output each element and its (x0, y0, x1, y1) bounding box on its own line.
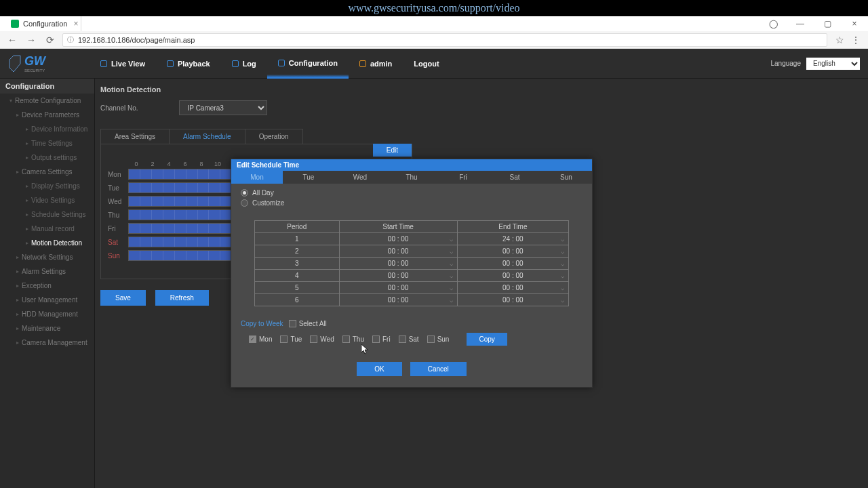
sidebar-item-user-management[interactable]: ▸User Management (0, 293, 94, 307)
chevron-icon: ⌵ (561, 285, 564, 291)
channel-select[interactable]: IP Camera3 (179, 100, 267, 115)
nav-admin[interactable]: admin (349, 49, 403, 79)
language-select[interactable]: English (806, 58, 860, 70)
end-time-cell[interactable]: 00 : 00⌵ (457, 294, 568, 306)
end-time-cell[interactable]: 00 : 00⌵ (457, 282, 568, 294)
period-cell: 2 (255, 245, 340, 258)
url-input[interactable]: ⓘ 192.168.10.186/doc/page/main.asp (62, 33, 827, 47)
sidebar-item-hdd-management[interactable]: ▸HDD Management (0, 307, 94, 321)
end-time-cell[interactable]: 00 : 00⌵ (457, 258, 568, 270)
sidebar-item-video-settings[interactable]: ▸Video Settings (0, 193, 94, 207)
period-table: Period Start Time End Time 100 : 00⌵24 :… (254, 220, 569, 306)
save-button[interactable]: Save (100, 290, 146, 306)
live-view-icon (100, 60, 107, 67)
sidebar-item-device-information[interactable]: ▸Device Information (0, 122, 94, 136)
copy-day-checkbox-mon[interactable] (249, 336, 256, 343)
modal-day-tab-tue[interactable]: Tue (283, 171, 334, 184)
cancel-button[interactable]: Cancel (410, 362, 467, 376)
nav-configuration[interactable]: Configuration (267, 49, 349, 79)
edit-button[interactable]: Edit (373, 144, 412, 157)
sidebar-item-remote-configuration[interactable]: ▾Remote Configuration (0, 94, 94, 108)
customize-radio[interactable] (241, 199, 248, 207)
window-close-icon[interactable]: × (841, 16, 868, 31)
browser-tab[interactable]: Configuration × (5, 16, 81, 31)
svg-text:SECURITY: SECURITY (24, 68, 45, 73)
all-day-radio[interactable] (241, 189, 248, 197)
app-header: GW SECURITY Live View Playback Log Confi… (0, 49, 868, 79)
modal-day-tab-fri[interactable]: Fri (437, 171, 489, 184)
chevron-icon: ⌵ (450, 272, 453, 279)
ok-button[interactable]: OK (357, 362, 401, 376)
chevron-icon: ⌵ (561, 297, 564, 304)
tab-area-settings[interactable]: Area Settings (100, 129, 170, 144)
tab-favicon-icon (11, 20, 19, 28)
all-day-label: All Day (252, 189, 274, 197)
copy-day-checkbox-sun[interactable] (427, 336, 435, 343)
nav-live-view[interactable]: Live View (90, 49, 156, 79)
copy-button[interactable]: Copy (467, 333, 507, 346)
copy-day-checkbox-fri[interactable] (372, 336, 380, 343)
close-icon[interactable]: × (73, 19, 78, 28)
edit-schedule-modal: Edit Schedule Time MonTueWedThuFriSatSun… (231, 159, 593, 388)
menu-icon[interactable]: ⋮ (849, 33, 863, 47)
copy-day-checkbox-thu[interactable] (342, 336, 350, 343)
bookmark-icon[interactable]: ☆ (833, 33, 846, 47)
sidebar: Configuration ▾Remote Configuration ▸Dev… (0, 79, 95, 488)
sidebar-item-device-parameters[interactable]: ▸Device Parameters (0, 108, 94, 122)
modal-day-tab-wed[interactable]: Wed (334, 171, 386, 184)
minimize-icon[interactable]: — (787, 16, 814, 31)
copy-to-week-label: Copy to Week (241, 320, 283, 327)
hour-label: 8 (193, 161, 210, 167)
sidebar-item-camera-management[interactable]: ▸Camera Management (0, 336, 94, 350)
refresh-button[interactable]: Refresh (155, 290, 209, 306)
sidebar-item-manual-record[interactable]: ▸Manual record (0, 222, 94, 236)
tab-operation[interactable]: Operation (245, 129, 303, 144)
copy-day-checkbox-sat[interactable] (399, 336, 406, 343)
start-time-cell[interactable]: 00 : 00⌵ (339, 245, 457, 258)
start-time-cell[interactable]: 00 : 00⌵ (339, 270, 457, 282)
forward-icon[interactable]: → (24, 33, 38, 47)
start-time-cell[interactable]: 00 : 00⌵ (339, 294, 457, 306)
sidebar-item-maintenance[interactable]: ▸Maintenance (0, 321, 94, 336)
end-time-cell[interactable]: 00 : 00⌵ (457, 245, 568, 258)
page-title: Motion Detection (100, 85, 868, 94)
sidebar-item-motion-detection[interactable]: ▸Motion Detection (0, 236, 94, 250)
browser-tab-strip: Configuration × ◯ — ▢ × (0, 16, 868, 31)
start-time-cell[interactable]: 00 : 00⌵ (339, 282, 457, 294)
hour-label: 4 (161, 161, 177, 167)
day-label: Fri (108, 225, 128, 232)
sidebar-item-time-settings[interactable]: ▸Time Settings (0, 136, 94, 150)
sidebar-item-network-settings[interactable]: ▸Network Settings (0, 250, 94, 264)
modal-day-tab-thu[interactable]: Thu (386, 171, 437, 184)
copy-day-checkbox-tue[interactable] (280, 336, 288, 343)
copy-day-checkbox-wed[interactable] (310, 336, 317, 343)
nav-logout[interactable]: Logout (403, 49, 450, 79)
start-time-cell[interactable]: 00 : 00⌵ (339, 233, 457, 245)
sidebar-item-exception[interactable]: ▸Exception (0, 279, 94, 293)
hour-label: 6 (177, 161, 193, 167)
modal-day-tab-mon[interactable]: Mon (231, 171, 283, 184)
maximize-icon[interactable]: ▢ (814, 16, 841, 31)
nav-log[interactable]: Log (221, 49, 267, 79)
sidebar-item-alarm-settings[interactable]: ▸Alarm Settings (0, 264, 94, 279)
start-time-cell[interactable]: 00 : 00⌵ (339, 258, 457, 270)
end-time-cell[interactable]: 24 : 00⌵ (457, 233, 568, 245)
hour-label: 0 (128, 161, 144, 167)
chevron-icon: ⌵ (561, 248, 564, 255)
end-time-cell[interactable]: 00 : 00⌵ (457, 270, 568, 282)
nav-playback[interactable]: Playback (156, 49, 221, 79)
sidebar-item-schedule-settings[interactable]: ▸Schedule Settings (0, 207, 94, 222)
modal-day-tab-sat[interactable]: Sat (489, 171, 540, 184)
modal-title: Edit Schedule Time (231, 159, 592, 171)
tab-alarm-schedule[interactable]: Alarm Schedule (169, 129, 245, 144)
sidebar-item-display-settings[interactable]: ▸Display Settings (0, 179, 94, 193)
user-icon[interactable]: ◯ (760, 16, 787, 31)
sidebar-item-camera-settings[interactable]: ▸Camera Settings (0, 165, 94, 179)
select-all-checkbox[interactable] (289, 320, 296, 327)
sidebar-item-output-settings[interactable]: ▸Output settings (0, 150, 94, 165)
reload-icon[interactable]: ⟳ (43, 33, 57, 47)
svg-text:GW: GW (24, 54, 47, 68)
back-icon[interactable]: ← (5, 33, 19, 47)
copy-day-label: Tue (290, 336, 302, 343)
modal-day-tab-sun[interactable]: Sun (540, 171, 592, 184)
